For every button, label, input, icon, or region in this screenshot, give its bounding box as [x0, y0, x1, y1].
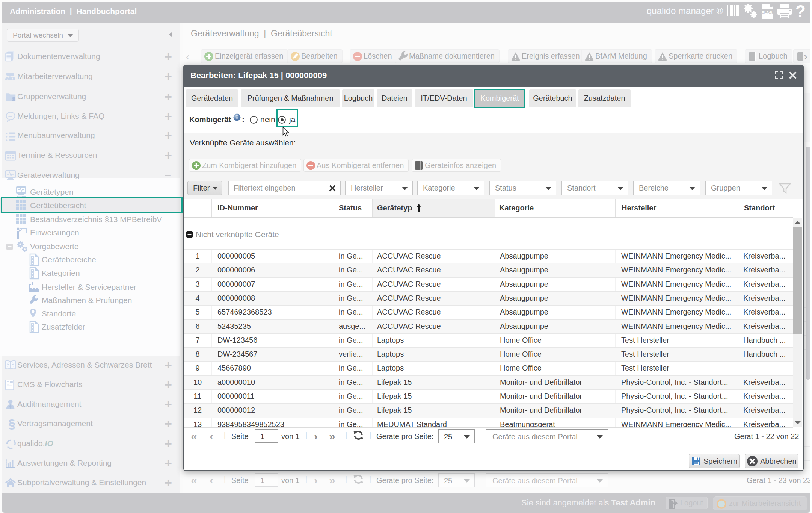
svg-text:?: ? [795, 3, 806, 20]
svg-text:XLSX: XLSX [762, 10, 773, 14]
